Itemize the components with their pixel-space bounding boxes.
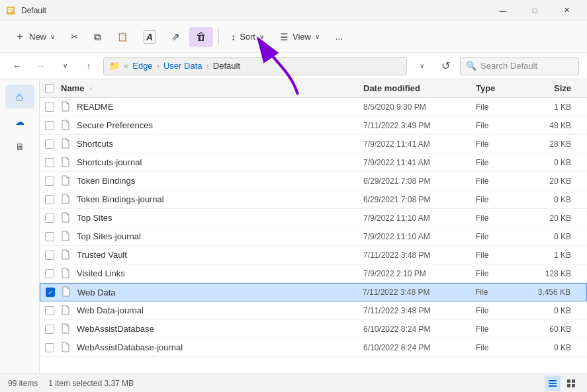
maximize-button[interactable]: □ [519, 0, 550, 21]
more-button[interactable]: ... [329, 28, 349, 46]
row-checkbox[interactable] [45, 251, 54, 260]
copy-button[interactable]: ⧉ [87, 27, 108, 47]
view-button[interactable]: ☰ View ∨ [273, 28, 326, 46]
recent-locations-button[interactable]: ∨ [56, 57, 74, 75]
file-type: File [476, 232, 529, 241]
file-icon [61, 342, 73, 354]
paste-icon: 📋 [117, 32, 128, 42]
file-size: 0 KB [529, 195, 582, 204]
table-row[interactable]: Visited Links7/9/2022 2:10 PMFile128 KB [40, 264, 587, 283]
table-row[interactable]: Shortcuts7/9/2022 11:41 AMFile28 KB [40, 135, 587, 153]
forward-button[interactable]: → [32, 57, 50, 75]
svg-rect-6 [549, 383, 557, 384]
sidebar-home[interactable]: ⌂ [5, 85, 34, 108]
window-controls: — □ ✕ [488, 0, 582, 21]
file-type: File [476, 176, 529, 186]
file-list-header: Name ↑ Date modified Type Size [40, 79, 587, 98]
table-row[interactable]: Top Sites7/9/2022 11:10 AMFile20 KB [40, 209, 587, 227]
table-row[interactable]: ✓ Web Data7/11/2022 3:48 PMFile3,456 KB [40, 283, 587, 301]
file-date: 6/29/2021 7:08 PM [363, 176, 476, 186]
file-name: Secure Preferences [77, 120, 363, 130]
refresh-button[interactable]: ↺ [436, 57, 455, 75]
rename-icon: A [144, 30, 156, 44]
share-icon: ⇗ [171, 31, 180, 43]
toolbar: ＋ New ∨ ✂ ⧉ 📋 A ⇗ 🗑 ↕ Sort ∨ ☰ View ∨ ..… [0, 21, 587, 53]
file-icon [61, 231, 73, 243]
close-button[interactable]: ✕ [551, 0, 582, 21]
table-row[interactable]: Secure Preferences7/11/2022 3:49 PMFile4… [40, 116, 587, 135]
name-column-header[interactable]: Name ↑ [61, 83, 363, 93]
breadcrumb-current: Default [213, 61, 240, 71]
file-name: Shortcuts [77, 139, 363, 149]
file-name: Token Bindings-journal [77, 194, 363, 204]
table-row[interactable]: Shortcuts-journal7/9/2022 11:41 AMFile0 … [40, 153, 587, 172]
delete-button[interactable]: 🗑 [189, 27, 213, 47]
table-row[interactable]: WebAssistDatabase6/10/2022 8:24 PMFile60… [40, 320, 587, 338]
title-bar: Default — □ ✕ [0, 0, 587, 21]
table-row[interactable]: README8/5/2020 9:30 PMFile1 KB [40, 98, 587, 116]
row-checkbox[interactable] [45, 269, 54, 278]
row-checkbox[interactable] [45, 306, 54, 315]
table-row[interactable]: Trusted Vault7/11/2022 3:48 PMFile1 KB [40, 246, 587, 264]
sort-button[interactable]: ↕ Sort ∨ [224, 28, 271, 46]
search-icon: 🔍 [466, 61, 476, 71]
date-column-header[interactable]: Date modified [363, 83, 476, 93]
file-name: Web Data [77, 288, 363, 297]
row-checkbox[interactable]: ✓ [46, 288, 55, 297]
breadcrumb-edge[interactable]: Edge [132, 61, 152, 71]
file-type: File [476, 251, 529, 260]
dropdown-button[interactable]: ∨ [412, 57, 431, 75]
select-all-checkbox[interactable] [45, 84, 54, 93]
new-button[interactable]: ＋ New ∨ [8, 26, 62, 48]
row-checkbox[interactable] [45, 139, 54, 149]
sidebar-thispc[interactable]: 🖥 [5, 135, 34, 159]
table-row[interactable]: WebAssistDatabase-journal6/10/2022 8:24 … [40, 338, 587, 357]
type-column-header[interactable]: Type [476, 83, 529, 93]
paste-button[interactable]: 📋 [111, 28, 134, 46]
address-breadcrumb[interactable]: 📁 « Edge › User Data › Default [103, 57, 407, 75]
new-plus-icon: ＋ [15, 30, 25, 44]
sort-dropdown-icon: ∨ [259, 33, 264, 40]
minimize-button[interactable]: — [488, 0, 518, 21]
sidebar-onedrive[interactable]: ☁ [5, 110, 34, 134]
cut-button[interactable]: ✂ [64, 28, 85, 46]
search-box[interactable]: 🔍 Search Default [460, 57, 579, 75]
row-checkbox[interactable] [45, 158, 54, 167]
breadcrumb-userdata[interactable]: User Data [163, 61, 203, 71]
file-icon [61, 212, 73, 224]
file-icon [61, 268, 73, 280]
row-checkbox[interactable] [45, 121, 54, 130]
share-button[interactable]: ⇗ [165, 27, 187, 47]
table-row[interactable]: Web Data-journal7/11/2022 3:48 PMFile0 K… [40, 301, 587, 320]
table-row[interactable]: Token Bindings-journal6/29/2021 7:08 PMF… [40, 190, 587, 209]
row-checkbox[interactable] [45, 214, 54, 223]
svg-rect-5 [549, 380, 557, 381]
breadcrumb-arrow-1: › [157, 61, 159, 71]
row-checkbox[interactable] [45, 176, 54, 186]
breadcrumb-arrow-2: › [206, 61, 208, 71]
row-checkbox[interactable] [45, 232, 54, 241]
table-row[interactable]: Token Bindings6/29/2021 7:08 PMFile20 KB [40, 172, 587, 190]
file-name: README [77, 102, 363, 112]
back-button[interactable]: ← [8, 57, 26, 75]
file-size: 1 KB [529, 251, 582, 260]
file-rows-container: README8/5/2020 9:30 PMFile1 KB Secure Pr… [40, 98, 587, 357]
rename-button[interactable]: A [137, 26, 162, 48]
size-column-header[interactable]: Size [529, 83, 582, 93]
new-dropdown-icon: ∨ [50, 33, 55, 40]
details-view-button[interactable] [545, 375, 561, 391]
more-icon: ... [336, 32, 343, 42]
row-checkbox[interactable] [45, 343, 54, 352]
row-checkbox[interactable] [45, 195, 54, 204]
svg-rect-8 [567, 379, 570, 383]
svg-rect-7 [549, 385, 557, 387]
file-name: Top Sites [77, 213, 363, 223]
file-name: Top Sites-journal [77, 231, 363, 241]
up-button[interactable]: ↑ [79, 57, 98, 75]
row-checkbox[interactable] [45, 102, 54, 112]
file-type: File [476, 325, 529, 334]
tiles-view-button[interactable] [563, 375, 579, 391]
table-row[interactable]: Top Sites-journal7/9/2022 11:10 AMFile0 … [40, 227, 587, 246]
row-checkbox[interactable] [45, 325, 54, 334]
svg-rect-3 [8, 11, 11, 13]
